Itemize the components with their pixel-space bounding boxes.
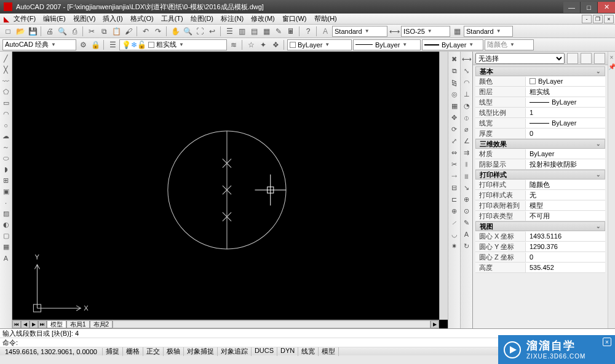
- region-icon[interactable]: ▢: [1, 231, 11, 241]
- prop-value[interactable]: 0: [526, 129, 605, 138]
- prop-group-header[interactable]: 打印样式⌄: [475, 170, 605, 180]
- status-toggle[interactable]: 模型: [319, 347, 339, 356]
- prop-value[interactable]: 随颜色: [526, 180, 605, 189]
- watermark-close-button[interactable]: ×: [603, 338, 611, 346]
- menu-file[interactable]: 文件(F): [10, 14, 39, 24]
- lineweight-combo[interactable]: ByLayer▼: [422, 39, 483, 50]
- ellipse-icon[interactable]: ⬭: [1, 153, 11, 164]
- menu-dim[interactable]: 标注(N): [218, 14, 247, 24]
- workspace-lock-icon[interactable]: 🔒: [90, 39, 101, 50]
- linetype-combo[interactable]: ByLayer▼: [353, 39, 421, 50]
- open-icon[interactable]: 📂: [15, 26, 26, 37]
- dim-base-icon[interactable]: ⫴: [461, 159, 472, 170]
- polygon-icon[interactable]: ⬠: [1, 87, 11, 97]
- center-mark-icon[interactable]: ⊙: [461, 205, 472, 216]
- status-toggle[interactable]: 捕捉: [103, 347, 123, 356]
- save-icon[interactable]: 💾: [27, 26, 38, 37]
- workspace-combo[interactable]: AutoCAD 经典▼: [2, 39, 76, 50]
- text-style-combo[interactable]: Standard▼: [332, 26, 387, 37]
- paste-icon[interactable]: 📋: [111, 26, 122, 37]
- prop-row[interactable]: 圆心 Z 坐标0: [475, 252, 605, 263]
- fillet-icon[interactable]: ◡: [449, 229, 460, 240]
- coordinates-readout[interactable]: 1459.6616, 1302.9061, 0.0000: [0, 348, 103, 355]
- prop-value[interactable]: 535.452: [526, 263, 605, 272]
- hscroll-track[interactable]: [113, 320, 430, 328]
- menu-tools[interactable]: 工具(T): [158, 14, 186, 24]
- mirror-icon[interactable]: ⧎: [449, 77, 460, 88]
- ellipse-arc-icon[interactable]: ◗: [1, 164, 11, 175]
- window-minimize-button[interactable]: —: [563, 2, 581, 13]
- undo-icon[interactable]: ↶: [140, 26, 151, 37]
- tab-layout2[interactable]: 布局2: [90, 320, 113, 328]
- stretch-icon[interactable]: ⇔: [449, 147, 460, 158]
- hscroll-right-button[interactable]: ▶: [430, 320, 439, 328]
- plotstyle-combo[interactable]: 随颜色▼: [485, 39, 534, 50]
- mdi-restore-button[interactable]: ❐: [593, 15, 603, 23]
- trim-icon[interactable]: ✂: [449, 159, 460, 170]
- prop-value[interactable]: 1493.5116: [526, 231, 605, 241]
- tab-next-button[interactable]: ▶: [30, 320, 38, 328]
- mdi-minimize-button[interactable]: -: [582, 15, 592, 23]
- prop-row[interactable]: 圆心 X 坐标1493.5116: [475, 231, 605, 242]
- move-icon[interactable]: ✥: [449, 112, 460, 123]
- select-objects-icon[interactable]: [581, 53, 592, 64]
- menu-edit[interactable]: 编辑(E): [40, 14, 69, 24]
- tab-last-button[interactable]: ⏭: [38, 320, 47, 328]
- workspace-settings-icon[interactable]: ⚙: [77, 39, 89, 50]
- pan-icon[interactable]: ✋: [170, 26, 181, 37]
- selection-combo[interactable]: 无选择: [475, 53, 565, 64]
- tool-palettes-icon[interactable]: ▤: [248, 26, 260, 37]
- prop-row[interactable]: 线宽ByLayer: [475, 118, 605, 129]
- layer-combo[interactable]: 💡 ❄ 🔓 粗实线 ▼: [119, 39, 227, 50]
- design-center-icon[interactable]: ▥: [236, 26, 247, 37]
- toggle-pickadd-icon[interactable]: [594, 53, 605, 64]
- layer-tool3-icon[interactable]: ❖: [270, 39, 281, 50]
- prop-row[interactable]: 厚度0: [475, 129, 605, 139]
- line-icon[interactable]: ╱: [1, 53, 11, 64]
- spline-icon[interactable]: ～: [1, 142, 11, 152]
- status-toggle[interactable]: 栅格: [123, 347, 143, 356]
- menu-help[interactable]: 帮助(H): [311, 14, 340, 24]
- prop-row[interactable]: 阴影显示投射和接收阴影: [475, 159, 605, 170]
- prop-row[interactable]: 颜色ByLayer: [475, 76, 605, 87]
- status-toggle[interactable]: DUCS: [252, 347, 277, 356]
- menu-modify[interactable]: 修改(M): [248, 14, 278, 24]
- status-toggle[interactable]: DYN: [277, 347, 298, 356]
- extend-icon[interactable]: ⤑: [449, 170, 460, 181]
- markup-icon[interactable]: ✎: [273, 26, 284, 37]
- textstyle-icon[interactable]: A: [320, 26, 331, 37]
- palette-close-icon[interactable]: ×: [610, 54, 614, 61]
- palette-pin-icon[interactable]: 📌: [608, 63, 616, 70]
- layer-prev-icon[interactable]: ≋: [228, 39, 239, 50]
- qdim-icon[interactable]: ⇉: [461, 147, 472, 158]
- mdi-close-button[interactable]: ×: [604, 15, 614, 23]
- tab-first-button[interactable]: ⏮: [12, 320, 21, 328]
- prop-value[interactable]: ByLayer: [526, 97, 605, 107]
- table-icon[interactable]: ▦: [1, 242, 11, 252]
- chamfer-icon[interactable]: ⟋: [449, 217, 460, 228]
- dim-angle-icon[interactable]: ∠: [461, 135, 472, 146]
- scale-icon[interactable]: ⤢: [449, 135, 460, 146]
- status-toggle[interactable]: 对象追踪: [218, 347, 252, 356]
- print-icon[interactable]: 🖨: [44, 26, 55, 37]
- quickselect-icon[interactable]: [567, 53, 578, 64]
- drawing-canvas[interactable]: Y X ⏮ ◀ ▶ ⏭ 模型 布局1 布局2 ▶: [12, 52, 448, 328]
- dim-diam-icon[interactable]: ⌀: [461, 124, 472, 135]
- dim-jog-icon[interactable]: ⦶: [461, 112, 472, 123]
- prop-row[interactable]: 材质ByLayer: [475, 149, 605, 159]
- point-icon[interactable]: ·: [1, 197, 11, 208]
- tab-layout1[interactable]: 布局1: [66, 320, 90, 328]
- menu-insert[interactable]: 插入(I): [100, 14, 125, 24]
- prop-group-header[interactable]: 三维效果⌄: [475, 139, 605, 149]
- break-pt-icon[interactable]: ⊟: [449, 182, 460, 193]
- menu-draw[interactable]: 绘图(D): [188, 14, 216, 24]
- prop-row[interactable]: 高度535.452: [475, 263, 605, 273]
- layer-tool1-icon[interactable]: ☆: [245, 39, 256, 50]
- prop-group-header[interactable]: 视图⌄: [475, 221, 605, 231]
- dimupdate-icon[interactable]: ↻: [461, 240, 472, 251]
- dimedit-icon[interactable]: ✎: [461, 217, 472, 228]
- prop-value[interactable]: ByLayer: [526, 149, 605, 159]
- dim-arc-icon[interactable]: ◠: [461, 77, 472, 88]
- prop-value[interactable]: 1: [526, 108, 605, 117]
- prop-value[interactable]: 不可用: [526, 211, 605, 221]
